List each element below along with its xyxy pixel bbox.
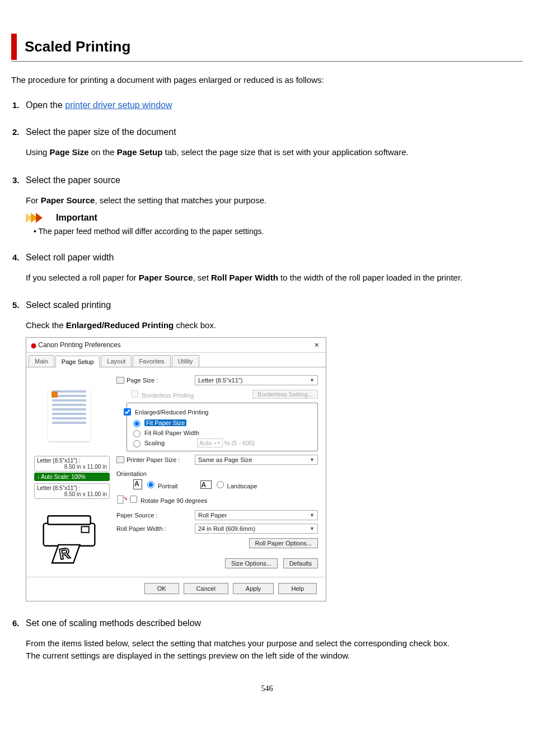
help-button[interactable]: Help — [278, 583, 317, 594]
chevron-down-icon: ▼ — [310, 526, 315, 531]
fit-paper-size-radio[interactable]: Fit Paper Size — [130, 418, 314, 427]
dialog-title: ⬤ Canon Printing Preferences — [31, 341, 121, 349]
enlarged-reduced-checkbox[interactable]: Enlarged/Reduced Printing — [121, 407, 314, 417]
important-heading: Important — [26, 212, 523, 223]
page-size-label: Page Size : — [127, 377, 158, 384]
step2-body: Using Page Size on the Page Setup tab, s… — [26, 146, 523, 158]
step3-body: For Paper Source, select the setting tha… — [26, 194, 523, 207]
title-underline — [11, 61, 523, 62]
tab-utility[interactable]: Utility — [172, 355, 199, 367]
document-preview — [34, 375, 104, 454]
svg-rect-4 — [118, 496, 123, 503]
portrait-radio[interactable]: Portrait — [144, 479, 178, 489]
fit-roll-width-radio[interactable]: Fit Roll Paper Width — [130, 428, 314, 437]
print-preferences-dialog: ⬤ Canon Printing Preferences × Main Page… — [26, 337, 326, 601]
borderless-printing-checkbox[interactable]: Borderless Printing — [129, 389, 194, 399]
paper-source-select[interactable]: Roll Paper▼ — [195, 510, 318, 520]
tab-main[interactable]: Main — [29, 355, 54, 367]
intro-text: The procedure for printing a document wi… — [11, 75, 523, 85]
tab-favorites[interactable]: Favorites — [133, 355, 170, 367]
size-options-button[interactable]: Size Options... — [225, 558, 278, 568]
step1-prefix: Open the — [26, 100, 65, 110]
paper-source-label: Paper Source : — [116, 512, 195, 519]
step1-head: Open the printer driver setup window — [26, 100, 172, 110]
borderless-setting-button: Borderless Setting... — [252, 390, 318, 399]
svg-rect-1 — [48, 516, 90, 524]
roll-paper-width-label: Roll Paper Width : — [116, 525, 195, 532]
important-bullet: The paper feed method will differ accord… — [34, 227, 523, 236]
cancel-button[interactable]: Cancel — [184, 583, 228, 594]
step4-head: Select roll paper width — [26, 253, 523, 263]
page-number: 546 — [11, 684, 523, 693]
step6-head: Set one of scaling methods described bel… — [26, 618, 523, 628]
step3-head: Select the paper source — [26, 175, 523, 185]
step5-body: Check the Enlarged/Reduced Printing chec… — [26, 319, 523, 332]
page-title: Scaled Printing — [25, 38, 130, 55]
orientation-label: Orientation — [116, 470, 318, 477]
svg-rect-2 — [81, 526, 88, 533]
important-icon — [26, 212, 53, 223]
printer-paper-size-icon — [116, 456, 124, 463]
auto-scale-label: Auto Scale: 100% — [34, 473, 110, 481]
enlarged-reduced-group: Enlarged/Reduced Printing Fit Paper Size… — [127, 403, 318, 451]
step2-head: Select the paper size of the document — [26, 127, 523, 137]
apply-button[interactable]: Apply — [233, 583, 274, 594]
printer-paper-size-label: Printer Paper Size : — [127, 456, 180, 463]
dialog-tabs: Main Page Setup Layout Favorites Utility — [26, 353, 326, 367]
landscape-icon: A — [200, 480, 212, 489]
page-size-select[interactable]: Letter (8.5"x11")▼ — [195, 375, 318, 385]
ok-button[interactable]: OK — [144, 583, 179, 594]
rotate-icon — [116, 494, 128, 505]
printer-driver-setup-link[interactable]: printer driver setup window — [65, 100, 172, 110]
scaling-radio[interactable]: Scaling Auto▲▼ % (5 - 600) — [130, 438, 314, 447]
tab-page-setup[interactable]: Page Setup — [55, 356, 100, 367]
roll-paper-width-select[interactable]: 24 in Roll (609.6mm)▼ — [195, 524, 318, 534]
tab-layout[interactable]: Layout — [101, 355, 132, 367]
original-size-caption: Letter (8.5"x11") : 8.50 in x 11.00 in — [34, 456, 110, 472]
chevron-down-icon: ▼ — [310, 457, 315, 463]
scaling-spinner: Auto▲▼ — [197, 438, 223, 447]
page-size-icon — [116, 377, 124, 384]
portrait-icon: A — [133, 479, 142, 489]
defaults-button[interactable]: Defaults — [283, 558, 318, 568]
step6-body1: From the items listed below, select the … — [26, 637, 523, 650]
output-size-caption: Letter (8.5"x11") : 8.50 in x 11.00 in — [34, 483, 110, 499]
step5-head: Select scaled printing — [26, 300, 523, 310]
chevron-down-icon: ▼ — [310, 512, 315, 518]
chevron-down-icon: ▼ — [310, 377, 315, 383]
important-label: Important — [56, 213, 97, 223]
step6-body2: The current settings are displayed in th… — [26, 650, 523, 662]
rotate-90-checkbox[interactable]: Rotate Page 90 degrees — [128, 494, 207, 505]
landscape-radio[interactable]: Landscape — [214, 479, 257, 489]
printer-illustration: R — [34, 505, 104, 569]
step4-body: If you selected a roll paper for Paper S… — [26, 272, 523, 284]
printer-paper-size-select[interactable]: Same as Page Size▼ — [195, 455, 318, 465]
roll-paper-options-button[interactable]: Roll Paper Options... — [249, 538, 318, 548]
close-icon[interactable]: × — [312, 340, 321, 349]
